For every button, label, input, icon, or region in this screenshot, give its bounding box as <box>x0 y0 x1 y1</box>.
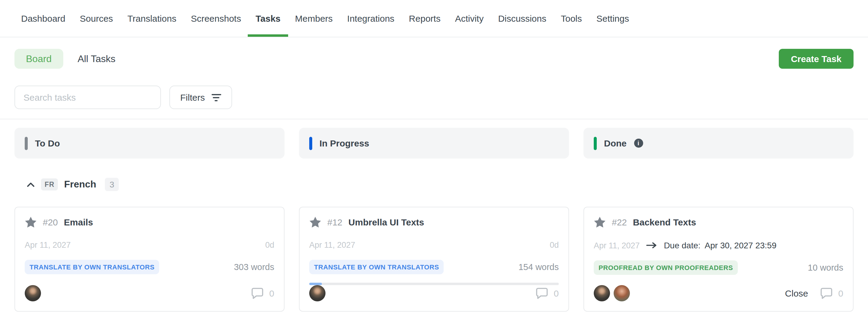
due-date-value: Apr 30, 2027 23:59 <box>705 240 776 250</box>
nav-item-translations[interactable]: Translations <box>127 0 176 37</box>
column-name: In Progress <box>319 138 369 148</box>
comment-count: 0 <box>838 288 843 298</box>
date-row: Apr 11, 2027 0d <box>309 240 559 249</box>
nav-item-integrations[interactable]: Integrations <box>347 0 395 37</box>
task-id: #20 <box>43 217 58 227</box>
avatar-man <box>594 285 610 301</box>
arrow-right-icon <box>647 242 657 248</box>
filters-button[interactable]: Filters <box>169 86 232 109</box>
search-input[interactable] <box>14 86 161 109</box>
column-status-bar <box>25 137 28 150</box>
nav-item-reports[interactable]: Reports <box>409 0 441 37</box>
filter-icon <box>212 94 221 101</box>
start-date: Apr 11, 2027 <box>594 241 640 250</box>
days-left: 0d <box>550 240 559 249</box>
task-id: #22 <box>612 217 627 227</box>
page: DashboardSourcesTranslationsScreenshotsT… <box>0 0 868 330</box>
create-task-button[interactable]: Create Task <box>779 49 854 69</box>
card-footer: Close 0 <box>594 285 843 301</box>
board-column-header: In Progress i <box>299 128 569 158</box>
word-count: 154 words <box>518 262 559 272</box>
word-count: 10 words <box>808 263 843 272</box>
avatar-woman <box>614 285 630 301</box>
word-count: 303 words <box>234 262 274 272</box>
assignee-avatars <box>594 285 630 301</box>
card-title-row: #20 Emails <box>25 216 274 228</box>
board-column-header: To Do i <box>14 128 284 158</box>
search-row: Filters <box>0 86 868 119</box>
task-id: #12 <box>327 217 342 227</box>
progress-bar <box>309 283 559 285</box>
task-cards: #20 Emails Apr 11, 2027 0d TRANSLATE BY … <box>0 207 868 311</box>
avatar-man <box>309 285 326 301</box>
tab-board[interactable]: Board <box>14 49 63 69</box>
task-type-badge: PROOFREAD BY OWN PROOFREADERS <box>594 260 738 275</box>
task-type-badge: TRANSLATE BY OWN TRANSLATORS <box>309 260 444 274</box>
task-card[interactable]: #20 Emails Apr 11, 2027 0d TRANSLATE BY … <box>14 207 284 311</box>
task-count-badge: 3 <box>104 178 119 191</box>
board-column-header: Done i <box>584 128 854 158</box>
star-icon[interactable] <box>594 216 606 228</box>
comments-button[interactable]: 0 <box>535 287 559 300</box>
nav-item-tools[interactable]: Tools <box>561 0 582 37</box>
language-name: French <box>64 179 96 190</box>
column-status-bar <box>309 137 312 150</box>
task-card[interactable]: #22 Backend Texts Apr 11, 2027 Due date:… <box>584 207 854 311</box>
nav-item-dashboard[interactable]: Dashboard <box>21 0 65 37</box>
view-toolbar: Board All Tasks Create Task <box>0 49 868 69</box>
task-type-badge: TRANSLATE BY OWN TRANSLATORS <box>25 260 159 274</box>
footer-right: Close 0 <box>785 287 843 300</box>
progress-bar-fill <box>309 283 321 285</box>
footer-right: 0 <box>250 287 274 300</box>
badge-row: TRANSLATE BY OWN TRANSLATORS 303 words <box>25 260 274 274</box>
star-icon[interactable] <box>309 216 321 228</box>
task-title: Emails <box>64 217 93 227</box>
assignee-avatars <box>309 285 326 301</box>
days-left: 0d <box>265 240 274 249</box>
comment-icon <box>250 287 264 300</box>
start-date: Apr 11, 2027 <box>25 240 71 249</box>
card-footer: 0 <box>25 285 274 301</box>
date-row: Apr 11, 2027 Due date: Apr 30, 2027 23:5… <box>594 240 843 250</box>
task-title: Umbrella UI Texts <box>348 217 424 227</box>
start-date: Apr 11, 2027 <box>309 240 355 249</box>
task-title: Backend Texts <box>633 217 696 227</box>
assignee-avatars <box>25 285 41 301</box>
comments-button[interactable]: 0 <box>250 287 274 300</box>
column-name: To Do <box>35 138 60 148</box>
comment-icon <box>535 287 548 300</box>
due-date-label: Due date: <box>664 240 701 250</box>
star-icon[interactable] <box>25 216 37 228</box>
card-title-row: #22 Backend Texts <box>594 216 843 228</box>
comment-icon <box>819 287 833 300</box>
info-icon[interactable]: i <box>634 139 643 148</box>
nav-item-tasks[interactable]: Tasks <box>255 0 281 37</box>
nav-item-sources[interactable]: Sources <box>80 0 113 37</box>
top-navigation: DashboardSourcesTranslationsScreenshotsT… <box>0 0 868 37</box>
nav-item-discussions[interactable]: Discussions <box>498 0 547 37</box>
nav-item-screenshots[interactable]: Screenshots <box>191 0 241 37</box>
badge-row: PROOFREAD BY OWN PROOFREADERS 10 words <box>594 260 843 275</box>
comment-count: 0 <box>554 288 559 298</box>
task-card[interactable]: #12 Umbrella UI Texts Apr 11, 2027 0d TR… <box>299 207 569 311</box>
close-task-link[interactable]: Close <box>785 288 808 298</box>
nav-item-activity[interactable]: Activity <box>455 0 484 37</box>
language-group-row: FR French 3 <box>0 177 868 192</box>
filters-label: Filters <box>180 92 205 102</box>
card-title-row: #12 Umbrella UI Texts <box>309 216 559 228</box>
tab-all-tasks[interactable]: All Tasks <box>78 53 116 64</box>
collapse-chevron-icon[interactable] <box>27 182 35 187</box>
board-column-headers: To Do i In Progress i Done i <box>0 128 868 158</box>
date-row: Apr 11, 2027 0d <box>25 240 274 249</box>
language-code-badge: FR <box>41 178 58 190</box>
avatar-man <box>25 285 41 301</box>
badge-row: TRANSLATE BY OWN TRANSLATORS 154 words <box>309 260 559 274</box>
nav-item-settings[interactable]: Settings <box>596 0 629 37</box>
footer-right: 0 <box>535 287 559 300</box>
card-footer: 0 <box>309 285 559 301</box>
comments-button[interactable]: 0 <box>819 287 843 300</box>
comment-count: 0 <box>269 288 274 298</box>
column-status-bar <box>594 137 597 150</box>
due-date-wrap: Due date: Apr 30, 2027 23:59 <box>640 240 777 250</box>
nav-item-members[interactable]: Members <box>295 0 333 37</box>
